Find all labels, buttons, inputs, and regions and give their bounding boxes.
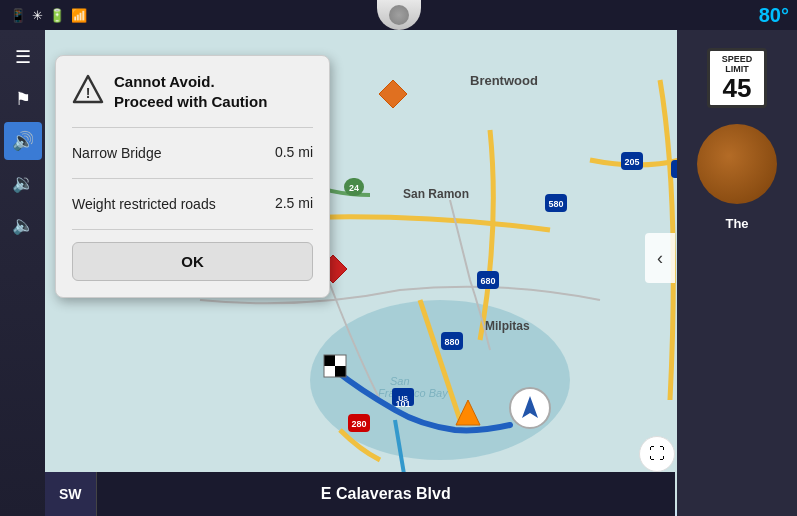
dialog-header: ! Cannot Avoid. Proceed with Caution [72,72,313,111]
warning-dialog: ! Cannot Avoid. Proceed with Caution Nar… [55,55,330,298]
weight-roads-label: Weight restricted roads [72,195,265,213]
speed-limit-value: 45 [710,75,764,101]
sidebar-flag-btn[interactable]: ⚑ [4,80,42,118]
weight-roads-value: 2.5 mi [275,195,313,211]
svg-text:101: 101 [395,399,410,409]
speed-limit-sign: SPEED LIMIT 45 [707,48,767,108]
sidebar-volume-btn[interactable]: 🔊 [4,122,42,160]
status-bar: 📱 ✳ 🔋 📶 🎚 📶 80° [0,0,797,30]
svg-text:880: 880 [444,337,459,347]
direction-value: SW [59,486,82,502]
sidebar-volume-down-btn[interactable]: 🔉 [4,164,42,202]
direction-badge: SW [45,472,97,516]
warning-triangle-icon: ! [72,74,104,106]
svg-text:24: 24 [349,183,359,193]
temp-unit: ° [781,4,789,27]
dialog-row-weight: Weight restricted roads 2.5 mi [72,187,313,221]
sidebar-menu-btn[interactable]: ☰ [4,38,42,76]
status-right: 🎚 📶 80° [750,8,787,23]
dialog-row-narrow-bridge: Narrow Bridge 0.5 mi [72,136,313,170]
battery-icon: 🔋 [49,8,65,23]
right-panel-image [697,124,777,204]
narrow-bridge-label: Narrow Bridge [72,144,265,162]
street-name: E Calaveras Blvd [97,485,675,503]
ok-button[interactable]: OK [72,242,313,281]
right-panel: SPEED LIMIT 45 The [677,30,797,516]
bottom-navigation-bar: SW E Calaveras Blvd [45,472,675,516]
sidebar-volume-low-btn[interactable]: 🔈 [4,206,42,244]
svg-text:Milpitas: Milpitas [485,319,530,333]
svg-text:680: 680 [480,276,495,286]
temp-value: 80 [759,4,781,27]
svg-text:San Ramon: San Ramon [403,187,469,201]
dialog-divider-top [72,127,313,128]
dialog-title-line2: Proceed with Caution [114,93,267,110]
chevron-left-btn[interactable]: ‹ [645,233,675,283]
svg-rect-27 [324,355,335,366]
phone-icon: 📱 [10,8,26,23]
temperature-display: 80° [751,0,797,30]
expand-map-btn[interactable]: ⛶ [639,436,675,472]
narrow-bridge-value: 0.5 mi [275,144,313,160]
svg-text:580: 580 [548,199,563,209]
location-circle-btn[interactable] [377,0,421,30]
sidebar: ☰ ⚑ 🔊 🔉 🔈 [0,30,45,516]
dialog-divider-bottom [72,229,313,230]
asterisk-icon: ✳ [32,8,43,23]
svg-text:280: 280 [351,419,366,429]
right-panel-text: The [725,216,748,231]
dialog-divider-mid [72,178,313,179]
signal-icon: 📶 [71,8,87,23]
svg-text:!: ! [86,85,91,101]
status-left: 📱 ✳ 🔋 📶 [10,8,87,23]
dialog-title-line1: Cannot Avoid. [114,73,215,90]
circle-inner [389,5,409,25]
svg-text:Brentwood: Brentwood [470,73,538,88]
dialog-title: Cannot Avoid. Proceed with Caution [114,72,267,111]
svg-rect-28 [335,366,346,377]
svg-text:205: 205 [624,157,639,167]
